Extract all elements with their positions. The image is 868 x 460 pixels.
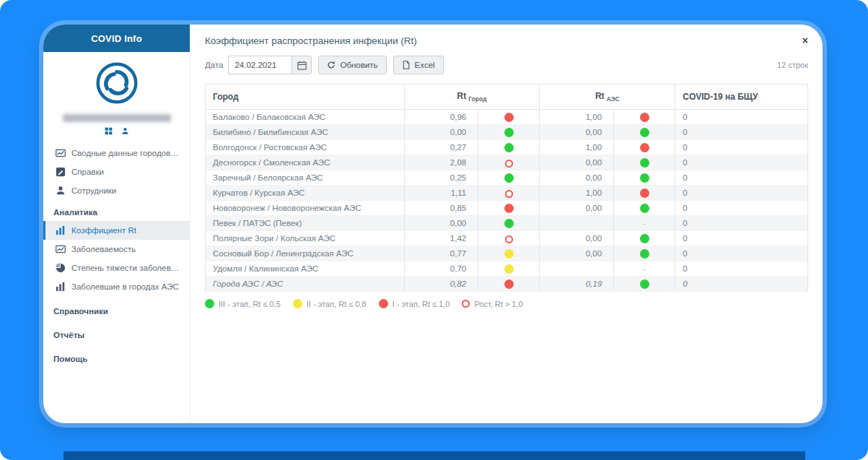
cell-rt-city-status xyxy=(478,261,540,277)
legend-label: I - этап, Rt ≤ 1,0 xyxy=(393,300,450,308)
legend-label: III - этап, Rt ≤ 0,5 xyxy=(219,300,281,308)
cell-rt-npp-status xyxy=(614,140,675,155)
cell-rt-city-value: 1,42 xyxy=(404,231,478,246)
status-dot xyxy=(640,128,649,137)
sidebar-item-severity[interactable]: Степень тяжести заболевания xyxy=(43,259,190,277)
cell-covid: 0 xyxy=(675,277,808,292)
cell-rt-city-status xyxy=(478,125,540,140)
cell-rt-city-value: 0,77 xyxy=(404,246,478,261)
cell-rt-npp-value: 0,00 xyxy=(540,201,614,216)
table-row: Балаково / Балаковская АЭС0,961,000 xyxy=(206,110,808,125)
cell-city: Сосновый Бор / Ленинградская АЭС xyxy=(206,246,405,261)
col-header-covid-bshu: COVID-19 на БЩУ xyxy=(675,84,808,110)
cell-covid: 0 xyxy=(675,216,808,231)
sidebar-item-label: Сотрудники xyxy=(71,186,116,195)
legend-dot-red-outline xyxy=(462,300,470,308)
cell-rt-npp-status: - xyxy=(614,216,675,231)
cell-city: Удомля / Калининская АЭС xyxy=(206,261,405,277)
cell-rt-npp-value: 0,19 xyxy=(540,277,614,292)
cell-rt-npp-value xyxy=(540,261,614,277)
sidebar-item-certificates[interactable]: Справки xyxy=(43,162,190,181)
rosatom-logo-icon xyxy=(96,62,138,104)
cell-rt-city-value: 0,96 xyxy=(404,110,478,125)
bottom-bar xyxy=(63,451,805,460)
legend-item: I - этап, Rt ≤ 1,0 xyxy=(379,299,450,308)
cell-rt-npp-status: - xyxy=(614,261,675,277)
cell-covid: 0 xyxy=(675,246,808,261)
refresh-button-label: Обновить xyxy=(340,61,377,69)
status-dot xyxy=(504,249,514,259)
no-data-dash: - xyxy=(643,264,646,273)
cell-rt-city-value: 2,08 xyxy=(404,155,478,170)
sidebar-item-label: Справки xyxy=(71,168,104,176)
main-content: Коэффициент распространения инфекции (Rt… xyxy=(190,25,823,423)
table-row: Заречный / Белоярская АЭС0,250,000 xyxy=(206,170,808,186)
no-data-dash: - xyxy=(643,219,646,227)
user-icon[interactable] xyxy=(121,127,129,135)
close-icon[interactable]: × xyxy=(802,35,808,45)
status-dot xyxy=(640,279,649,289)
sidebar-menu: Сводные данные городов АЭС Справки Сотру… xyxy=(43,144,190,368)
user-quick-icons xyxy=(43,127,190,135)
status-dot xyxy=(504,128,514,137)
document-edit-icon xyxy=(56,167,66,177)
table-header-row: Город RtГород RtАЭС COVID-19 на БЩУ xyxy=(206,84,808,110)
status-dot xyxy=(505,190,513,198)
cell-rt-npp-status xyxy=(614,246,675,261)
sidebar-section-reports[interactable]: Отчёты xyxy=(43,320,190,344)
excel-button[interactable]: Excel xyxy=(393,56,444,74)
status-dot xyxy=(505,235,513,243)
cell-rt-city-value: 0,00 xyxy=(404,216,478,231)
table-row: Билибино / Билибинская АЭС0,000,000 xyxy=(206,125,808,140)
sidebar-item-label: Заболеваемость xyxy=(71,245,136,253)
col-header-rt-city: RtГород xyxy=(404,84,540,110)
chart-icon xyxy=(56,244,66,254)
cell-rt-city-status xyxy=(478,216,540,231)
cell-covid: 0 xyxy=(675,186,808,201)
status-dot xyxy=(504,173,514,183)
status-dot xyxy=(504,204,514,213)
refresh-icon xyxy=(327,61,336,69)
cell-rt-city-status xyxy=(478,201,540,216)
cell-rt-city-value: 0,82 xyxy=(404,277,478,292)
status-dot xyxy=(640,143,649,152)
sidebar-section-directories[interactable]: Справочники xyxy=(43,296,190,320)
sidebar-item-employees[interactable]: Сотрудники xyxy=(43,181,190,200)
toolbar: Дата Обновить Excel xyxy=(205,56,808,74)
cell-city: Полярные Зори / Кольская АЭС xyxy=(206,231,405,246)
cell-city: Певек / ПАТЭС (Певек) xyxy=(206,216,405,231)
bar-chart-icon xyxy=(56,282,66,292)
cell-rt-city-value: 1,11 xyxy=(404,186,478,201)
cell-rt-npp-status xyxy=(614,110,675,125)
cell-city: Билибино / Билибинская АЭС xyxy=(206,125,405,140)
sidebar-item-label: Заболевшие в городах АЭС xyxy=(71,282,179,291)
cell-rt-city-value: 0,85 xyxy=(404,201,478,216)
cell-rt-city-status xyxy=(478,246,540,261)
calendar-icon[interactable] xyxy=(291,56,312,74)
grid-icon[interactable] xyxy=(105,127,113,135)
cell-covid: 0 xyxy=(675,110,808,125)
sidebar-section-analytics[interactable]: Аналитика xyxy=(43,200,190,221)
status-dot xyxy=(640,234,649,243)
row-count: 12 строк xyxy=(777,61,808,69)
cell-rt-npp-value xyxy=(540,216,614,231)
cell-rt-city-value: 0,00 xyxy=(404,125,478,140)
excel-file-icon xyxy=(402,61,411,69)
cell-rt-npp-value: 0,00 xyxy=(540,231,614,246)
page-title: Коэффициент распространения инфекции (Rt… xyxy=(205,35,417,46)
cell-rt-npp-status xyxy=(614,201,675,216)
status-dot xyxy=(504,264,514,274)
table-row: Полярные Зори / Кольская АЭС1,420,000 xyxy=(206,231,808,246)
refresh-button[interactable]: Обновить xyxy=(318,56,386,74)
sidebar-item-summary-data[interactable]: Сводные данные городов АЭС xyxy=(43,144,190,162)
sidebar-item-rt-coefficient[interactable]: Коэффициент Rt xyxy=(43,221,190,240)
status-dot xyxy=(640,113,649,122)
sidebar-section-help[interactable]: Помощь xyxy=(43,344,190,368)
sidebar-item-incidence[interactable]: Заболеваемость xyxy=(43,240,190,259)
status-dot xyxy=(640,249,649,259)
date-input[interactable] xyxy=(228,56,291,74)
col-header-city: Город xyxy=(206,84,405,110)
cell-rt-npp-value: 0,00 xyxy=(540,125,614,140)
cell-city: Города АЭС / АЭС xyxy=(206,277,405,292)
sidebar-item-cases-npp-cities[interactable]: Заболевшие в городах АЭС xyxy=(43,277,190,296)
